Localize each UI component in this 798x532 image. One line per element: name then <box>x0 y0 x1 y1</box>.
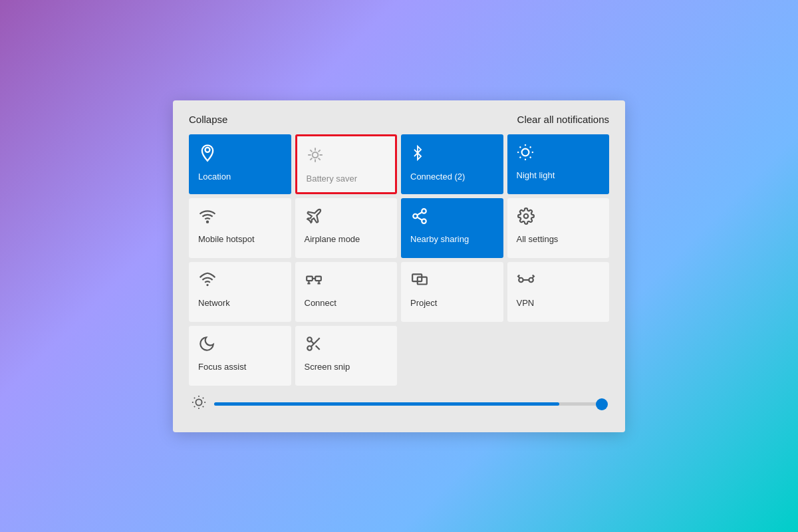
quick-actions-row-1: Location Battery saver <box>189 134 609 194</box>
location-label: Location <box>198 172 231 182</box>
nearby-sharing-icon <box>410 207 429 227</box>
svg-point-0 <box>205 147 210 152</box>
svg-line-50 <box>194 406 195 406</box>
night-light-label: Night light <box>517 170 555 181</box>
svg-point-10 <box>521 148 529 156</box>
focus-assist-label: Focus assist <box>198 362 246 372</box>
mobile-hotspot-label: Mobile hotspot <box>198 234 255 245</box>
svg-point-20 <box>422 209 426 213</box>
svg-line-14 <box>529 156 531 158</box>
connect-icon <box>305 271 323 291</box>
airplane-mode-label: Airplane mode <box>305 234 360 245</box>
brightness-slider-fill <box>214 402 559 406</box>
bluetooth-tile[interactable]: Connected (2) <box>401 134 503 194</box>
vpn-tile[interactable]: VPN <box>507 262 610 322</box>
svg-line-46 <box>194 397 195 398</box>
brightness-icon <box>192 395 206 414</box>
svg-line-24 <box>417 212 422 215</box>
svg-rect-27 <box>307 276 313 281</box>
focus-assist-tile[interactable]: Focus assist <box>189 326 291 386</box>
all-settings-label: All settings <box>517 234 559 245</box>
quick-actions-row-3: Network Connect <box>189 262 609 322</box>
svg-point-25 <box>523 213 528 218</box>
battery-saver-label: Battery saver <box>307 174 358 184</box>
svg-line-8 <box>318 150 320 152</box>
vpn-label: VPN <box>517 298 535 309</box>
night-light-tile[interactable]: Night light <box>507 134 610 194</box>
location-icon <box>198 144 217 165</box>
scissors-icon <box>305 335 323 355</box>
brightness-slider-track[interactable] <box>214 402 606 406</box>
svg-line-13 <box>519 146 521 148</box>
moon-icon <box>198 335 215 355</box>
hotspot-icon <box>198 207 217 227</box>
svg-line-51 <box>203 397 203 398</box>
location-tile[interactable]: Location <box>189 134 291 194</box>
svg-rect-28 <box>315 276 321 281</box>
svg-point-19 <box>207 221 208 222</box>
svg-line-17 <box>519 156 521 158</box>
project-icon <box>410 271 429 291</box>
quick-actions-row-2: Mobile hotspot Airplane mode <box>189 198 609 258</box>
svg-line-7 <box>310 158 312 160</box>
svg-point-43 <box>196 399 201 405</box>
svg-point-39 <box>307 346 312 350</box>
bluetooth-label: Connected (2) <box>410 172 465 182</box>
svg-line-4 <box>318 158 320 160</box>
brightness-slider-thumb[interactable] <box>596 398 608 410</box>
all-settings-tile[interactable]: All settings <box>507 198 610 258</box>
svg-line-41 <box>315 345 319 349</box>
vpn-icon <box>517 271 535 291</box>
svg-point-36 <box>519 277 523 282</box>
network-label: Network <box>198 298 230 309</box>
mobile-hotspot-tile[interactable]: Mobile hotspot <box>189 198 291 258</box>
svg-line-18 <box>529 146 531 148</box>
project-label: Project <box>410 298 437 309</box>
brightness-control <box>189 395 609 414</box>
action-center-panel: Collapse Clear all notifications Locatio… <box>173 100 625 432</box>
svg-point-9 <box>312 152 318 158</box>
airplane-mode-tile[interactable]: Airplane mode <box>295 198 398 258</box>
airplane-icon <box>305 207 323 227</box>
connect-label: Connect <box>305 298 336 309</box>
svg-line-47 <box>203 406 203 406</box>
project-tile[interactable]: Project <box>401 262 503 322</box>
nearby-sharing-label: Nearby sharing <box>410 234 469 245</box>
svg-line-3 <box>310 150 312 152</box>
night-light-icon <box>517 144 534 164</box>
network-icon <box>198 271 217 291</box>
svg-point-22 <box>422 219 426 223</box>
battery-saver-tile[interactable]: Battery saver <box>295 134 398 194</box>
svg-point-21 <box>413 213 418 218</box>
nearby-sharing-tile[interactable]: Nearby sharing <box>401 198 503 258</box>
screen-snip-label: Screen snip <box>305 362 350 372</box>
connect-tile[interactable]: Connect <box>295 262 398 322</box>
svg-line-42 <box>311 340 313 343</box>
quick-actions-row-4: Focus assist Screen snip <box>189 326 609 386</box>
screen-snip-tile[interactable]: Screen snip <box>295 326 398 386</box>
panel-header: Collapse Clear all notifications <box>189 114 609 125</box>
empty-tile-1 <box>401 326 503 386</box>
svg-point-38 <box>307 337 312 342</box>
svg-line-23 <box>417 217 422 219</box>
empty-tile-2 <box>507 326 610 386</box>
clear-notifications-button[interactable]: Clear all notifications <box>517 114 609 125</box>
bluetooth-icon <box>410 144 425 165</box>
battery-saver-icon <box>307 146 324 167</box>
svg-point-37 <box>529 277 533 282</box>
gear-icon <box>517 207 535 227</box>
collapse-button[interactable]: Collapse <box>189 114 227 125</box>
network-tile[interactable]: Network <box>189 262 291 322</box>
